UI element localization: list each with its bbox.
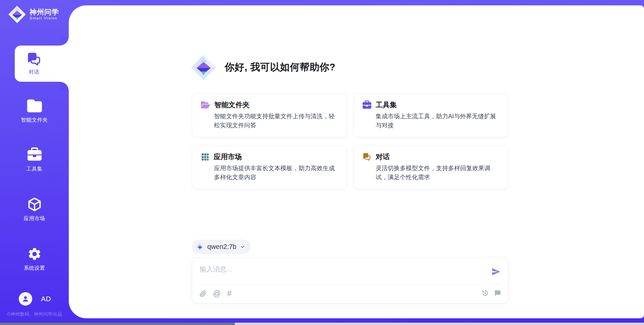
model-selector[interactable]: qwen2:7b <box>192 240 251 254</box>
sidebar-item-smart-folder[interactable]: 智能文件夹 <box>0 99 69 124</box>
history-icon[interactable] <box>481 289 489 297</box>
scrollbar-thumb[interactable] <box>0 323 235 325</box>
at-icon[interactable]: @ <box>213 289 221 298</box>
user-account[interactable]: AD <box>19 292 51 306</box>
diamond-logo-icon <box>191 54 217 80</box>
brand-subtitle: Smart Vision <box>30 16 59 20</box>
brand-name: 神州问学 <box>30 8 59 16</box>
sidebar-item-label: 对话 <box>29 69 40 76</box>
card-smart-folder[interactable]: 智能文件夹 智能文件夹功能支持批量文件上传与清洗，轻松实现文件问答 <box>192 93 347 137</box>
sidebar-item-label: 应用市场 <box>0 215 69 222</box>
card-title: 应用市场 <box>214 152 242 161</box>
app-window: 神州问学 Smart Vision 对话 智能文件夹 工具集 <box>0 0 644 325</box>
user-initials: AD <box>41 295 51 303</box>
greeting-title: 你好, 我可以如何帮助你? <box>225 61 335 74</box>
cube-icon <box>27 197 42 212</box>
card-toolbox[interactable]: 工具集 集成市场上主流工具，助力AI与外界无缝扩展与对接 <box>354 93 508 137</box>
card-chat[interactable]: 对话 灵活切换多模型文件，支持多样回复效果调试，满足个性化需求 <box>354 145 508 189</box>
toolbox-icon <box>363 101 371 109</box>
sidebar-item-settings[interactable]: 系统设置 <box>0 247 69 272</box>
sidebar-item-app-market[interactable]: 应用市场 <box>0 197 69 222</box>
card-app-market[interactable]: 应用市场 应用市场提供丰富长文本模板，助力高效生成多样化文章内容 <box>192 145 347 189</box>
composer-divider <box>199 284 501 284</box>
comment-icon[interactable] <box>494 289 501 297</box>
send-button[interactable] <box>491 267 501 276</box>
message-input[interactable] <box>200 262 475 276</box>
feature-cards: 智能文件夹 智能文件夹功能支持批量文件上传与清洗，轻松实现文件问答 工具集 集成… <box>192 93 508 189</box>
toolbox-icon <box>28 147 42 162</box>
card-description: 灵活切换多模型文件，支持多样回复效果调试，满足个性化需求 <box>376 164 499 182</box>
diamond-logo-icon <box>196 243 204 251</box>
paperclip-icon[interactable] <box>200 290 207 297</box>
sidebar-item-chat[interactable]: 对话 <box>15 46 69 82</box>
avatar <box>19 292 32 306</box>
card-description: 集成市场上主流工具，助力AI与外界无缝扩展与对接 <box>376 112 499 130</box>
brand-diamond-icon <box>8 5 26 23</box>
card-title: 工具集 <box>376 100 397 110</box>
horizontal-scrollbar[interactable] <box>0 323 644 325</box>
card-title: 对话 <box>376 152 390 161</box>
gear-icon <box>27 247 42 261</box>
card-title: 智能文件夹 <box>214 100 250 110</box>
person-icon <box>21 295 30 303</box>
folder-open-icon <box>201 101 210 109</box>
copyright-footer: ©神州数码 · 神州问学出品 <box>3 311 66 317</box>
card-description: 智能文件夹功能支持批量文件上传与清洗，轻松实现文件问答 <box>214 112 338 130</box>
brand-logo: 神州问学 Smart Vision <box>8 5 59 23</box>
sidebar-item-label: 智能文件夹 <box>0 117 69 124</box>
chevron-down-icon <box>240 244 246 250</box>
card-description: 应用市场提供丰富长文本模板，助力高效生成多样化文章内容 <box>214 164 338 182</box>
folder-icon <box>27 99 42 113</box>
chat-icon <box>363 152 371 161</box>
hash-icon[interactable]: # <box>227 289 231 298</box>
paper-plane-icon <box>491 267 501 276</box>
model-name: qwen2:7b <box>207 243 236 251</box>
sidebar-item-toolbox[interactable]: 工具集 <box>0 147 69 173</box>
chat-icon <box>27 52 42 66</box>
sidebar-item-label: 系统设置 <box>0 265 69 272</box>
message-composer: @ # <box>192 257 508 304</box>
sidebar-item-label: 工具集 <box>0 166 69 173</box>
greeting-block: 你好, 我可以如何帮助你? <box>191 54 335 80</box>
grid-icon <box>201 153 209 161</box>
main-content: 你好, 我可以如何帮助你? 智能文件夹 智能文件夹功能支持批量文件上传与清洗，轻… <box>69 5 644 318</box>
